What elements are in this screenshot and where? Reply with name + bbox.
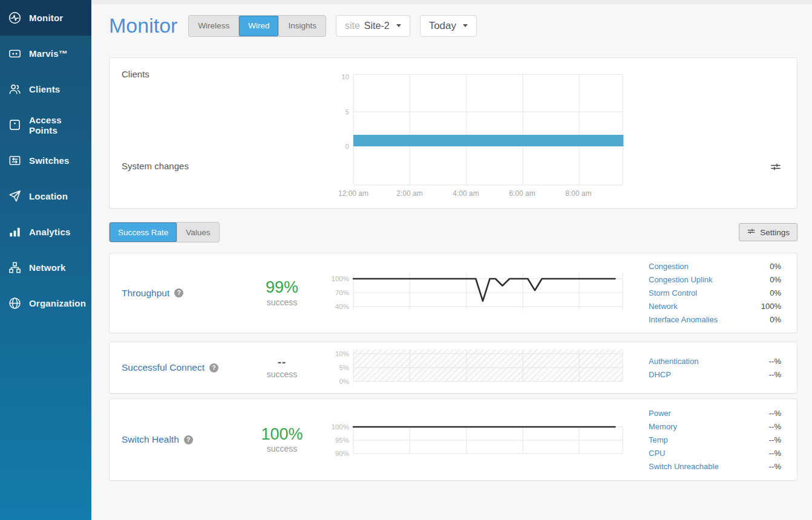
legend-link-power[interactable]: Power [649,409,671,418]
metric-value-unit: success [267,369,298,379]
legend-link-network[interactable]: Network [649,302,678,311]
svg-text:2:00 am: 2:00 am [396,189,422,198]
metric-title-link-successful-connect[interactable]: Successful Connect [122,362,205,373]
tab-insights[interactable]: Insights [278,16,326,36]
sidebar-item-switches[interactable]: Switches [0,143,91,178]
sidebar-item-label: Network [29,262,66,273]
svg-text:95%: 95% [335,437,349,444]
legend-value: 0% [770,275,781,284]
sidebar-item-label: Monitor [29,13,63,23]
sidebar-item-label: Marvis™ [29,48,68,59]
legend-link-dhcp[interactable]: DHCP [649,370,671,379]
legend-value: --% [769,449,781,458]
legend-value: --% [769,357,781,366]
sidebar-item-access-points[interactable]: Access Points [0,107,91,143]
svg-text:5: 5 [345,108,349,115]
legend-link-cpu[interactable]: CPU [649,449,665,458]
top-strip [91,0,812,4]
main-area: Monitor WirelessWiredInsights site Site-… [91,0,812,520]
svg-text:0%: 0% [339,378,349,385]
sliders-icon [747,227,756,238]
time-range-selector[interactable]: Today [420,15,477,37]
marvis-icon [8,47,22,60]
monitor-icon [8,11,22,25]
page-header: Monitor WirelessWiredInsights site Site-… [109,4,797,47]
help-icon[interactable]: ? [174,288,183,297]
legend-link-memory[interactable]: Memory [649,422,677,431]
settings-button-label: Settings [760,228,790,237]
view-toggle: Success RateValues [109,222,220,242]
sidebar-item-organization[interactable]: Organization [0,285,91,321]
analytics-icon [8,225,22,239]
toggle-success-rate[interactable]: Success Rate [110,223,177,242]
switch-health-chart: 100%95%90% [321,422,630,458]
legend-value: --% [769,422,781,431]
sidebar-item-network[interactable]: Network [0,250,91,285]
metric-title: Switch Health? [122,399,193,480]
legend-link-interface-anomalies[interactable]: Interface Anomalies [649,315,718,324]
sidebar-item-label: Location [29,191,68,201]
throughput-chart: 100%70%40% [321,271,630,320]
sidebar-item-label: Switches [29,155,70,166]
legend-row: Congestion0% [649,260,781,273]
organization-icon [8,296,22,310]
sidebar: MonitorMarvis™ClientsAccess PointsSwitch… [0,0,91,520]
legend-link-congestion[interactable]: Congestion [649,262,689,271]
metric-value-unit: success [267,297,298,307]
sidebar-item-monitor[interactable]: Monitor [0,0,91,36]
metric-title-link-switch-health[interactable]: Switch Health [122,434,179,445]
legend-row: DHCP--% [649,368,781,381]
legend-value: 100% [761,302,781,311]
tab-wireless[interactable]: Wireless [189,16,238,36]
sidebar-item-label: Clients [29,84,60,94]
legend-row: Network100% [649,300,781,313]
metric-value-number: 100% [261,426,303,443]
svg-text:70%: 70% [335,289,349,296]
help-icon[interactable]: ? [209,363,218,372]
page-title: Monitor [109,14,177,37]
legend-row: Memory--% [649,420,781,433]
metric-title-link-throughput[interactable]: Throughput [122,288,169,299]
view-toggle-row: Success RateValues Settings [109,223,797,242]
legend-link-temp[interactable]: Temp [649,435,668,444]
time-range-value: Today [429,20,456,32]
legend-value: --% [769,370,781,379]
legend-row: CPU--% [649,446,781,460]
site-selector-value: Site-2 [364,21,390,31]
app-root: MonitorMarvis™ClientsAccess PointsSwitch… [0,0,812,520]
monitor-mode-tabs: WirelessWiredInsights [188,15,326,37]
metric-legend: Authentication--%DHCP--% [649,342,781,393]
metric-value-number: 99% [266,279,298,296]
access-points-icon [8,118,22,132]
settings-button[interactable]: Settings [739,223,797,241]
svg-text:100%: 100% [332,275,349,282]
legend-row: Interface Anomalies0% [649,313,781,327]
chevron-down-icon [463,24,468,27]
legend-row: Switch Unreachable--% [649,460,781,473]
overview-card: Clients System changes 105012:00 am2:00 … [109,57,797,209]
metric-card-throughput: Throughput?99%successCongestion0%Congest… [109,253,797,333]
tab-wired[interactable]: Wired [238,16,278,36]
help-icon[interactable]: ? [184,435,193,444]
legend-row: Power--% [649,406,781,420]
legend-link-storm-control[interactable]: Storm Control [649,288,697,297]
legend-value: --% [769,409,781,418]
filter-sliders-icon[interactable] [770,161,782,173]
svg-text:90%: 90% [335,450,349,457]
toggle-values[interactable]: Values [177,223,218,242]
metric-value-number: -- [278,356,287,368]
metric-value-unit: success [267,444,298,453]
site-selector[interactable]: site Site-2 [336,15,410,37]
chevron-down-icon [396,24,401,27]
sidebar-item-clients[interactable]: Clients [0,71,91,107]
switches-icon [8,154,22,167]
sidebar-item-analytics[interactable]: Analytics [0,214,91,250]
legend-link-switch-unreachable[interactable]: Switch Unreachable [649,462,719,471]
metric-title: Successful Connect? [122,342,218,393]
legend-link-authentication[interactable]: Authentication [649,357,698,366]
legend-value: 0% [770,288,781,297]
sidebar-item-location[interactable]: Location [0,178,91,214]
sidebar-item-label: Access Points [29,115,91,135]
sidebar-item-marvis[interactable]: Marvis™ [0,36,91,71]
legend-link-congestion-uplink[interactable]: Congestion Uplink [649,275,713,284]
